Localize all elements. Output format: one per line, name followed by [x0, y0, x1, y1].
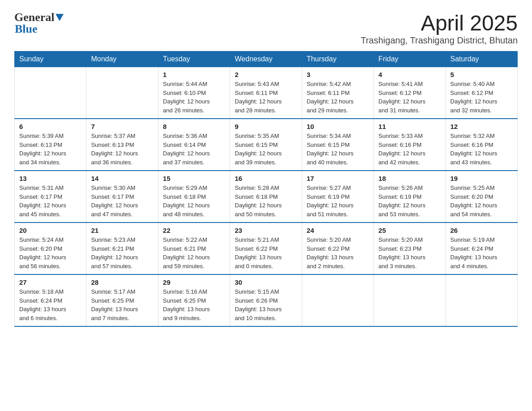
day-info: Sunrise: 5:31 AM Sunset: 6:17 PM Dayligh…: [19, 184, 82, 218]
calendar-cell: [374, 274, 446, 326]
day-info: Sunrise: 5:39 AM Sunset: 6:13 PM Dayligh…: [19, 132, 82, 167]
day-number: 28: [91, 278, 153, 286]
day-number: 29: [163, 278, 225, 286]
day-number: 20: [19, 227, 82, 234]
weekday-header-thursday: Thursday: [302, 51, 373, 67]
calendar-cell: 22Sunrise: 5:22 AM Sunset: 6:21 PM Dayli…: [158, 223, 230, 274]
calendar-cell: 8Sunrise: 5:36 AM Sunset: 6:14 PM Daylig…: [158, 119, 230, 171]
day-info: Sunrise: 5:40 AM Sunset: 6:12 PM Dayligh…: [450, 80, 513, 115]
calendar-cell: 29Sunrise: 5:16 AM Sunset: 6:25 PM Dayli…: [158, 274, 230, 326]
day-number: 10: [307, 123, 369, 130]
calendar-week-row: 27Sunrise: 5:18 AM Sunset: 6:24 PM Dayli…: [15, 274, 518, 326]
day-info: Sunrise: 5:23 AM Sunset: 6:21 PM Dayligh…: [91, 235, 153, 270]
calendar-table: SundayMondayTuesdayWednesdayThursdayFrid…: [14, 51, 518, 327]
day-info: Sunrise: 5:32 AM Sunset: 6:16 PM Dayligh…: [450, 132, 513, 167]
calendar-cell: 15Sunrise: 5:29 AM Sunset: 6:18 PM Dayli…: [158, 171, 230, 223]
day-info: Sunrise: 5:19 AM Sunset: 6:24 PM Dayligh…: [450, 235, 513, 270]
day-info: Sunrise: 5:37 AM Sunset: 6:13 PM Dayligh…: [91, 132, 153, 167]
day-number: 14: [91, 175, 153, 182]
day-info: Sunrise: 5:26 AM Sunset: 6:19 PM Dayligh…: [378, 184, 441, 218]
calendar-cell: 27Sunrise: 5:18 AM Sunset: 6:24 PM Dayli…: [15, 274, 86, 326]
calendar-cell: 23Sunrise: 5:21 AM Sunset: 6:22 PM Dayli…: [230, 223, 302, 274]
logo: General Blue: [14, 11, 64, 36]
calendar-cell: [302, 274, 373, 326]
day-info: Sunrise: 5:36 AM Sunset: 6:14 PM Dayligh…: [163, 132, 225, 167]
day-info: Sunrise: 5:41 AM Sunset: 6:12 PM Dayligh…: [378, 80, 441, 115]
day-info: Sunrise: 5:17 AM Sunset: 6:25 PM Dayligh…: [91, 287, 153, 322]
day-number: 8: [163, 123, 225, 130]
day-info: Sunrise: 5:28 AM Sunset: 6:18 PM Dayligh…: [235, 184, 297, 218]
calendar-cell: 24Sunrise: 5:20 AM Sunset: 6:22 PM Dayli…: [302, 223, 373, 274]
day-number: 3: [307, 71, 369, 78]
day-info: Sunrise: 5:27 AM Sunset: 6:19 PM Dayligh…: [307, 184, 369, 218]
calendar-cell: 25Sunrise: 5:20 AM Sunset: 6:23 PM Dayli…: [374, 223, 446, 274]
day-info: Sunrise: 5:30 AM Sunset: 6:17 PM Dayligh…: [91, 184, 153, 218]
calendar-cell: 7Sunrise: 5:37 AM Sunset: 6:13 PM Daylig…: [86, 119, 158, 171]
title-area: April 2025 Trashigang, Trashigang Distri…: [360, 11, 518, 46]
calendar-cell: 6Sunrise: 5:39 AM Sunset: 6:13 PM Daylig…: [15, 119, 86, 171]
day-info: Sunrise: 5:15 AM Sunset: 6:26 PM Dayligh…: [235, 287, 297, 322]
calendar-header-row: SundayMondayTuesdayWednesdayThursdayFrid…: [15, 51, 518, 67]
day-number: 9: [235, 123, 297, 130]
calendar-cell: 13Sunrise: 5:31 AM Sunset: 6:17 PM Dayli…: [15, 171, 86, 223]
day-number: 1: [163, 71, 225, 78]
calendar-week-row: 6Sunrise: 5:39 AM Sunset: 6:13 PM Daylig…: [15, 119, 518, 171]
weekday-header-monday: Monday: [86, 51, 158, 67]
day-number: 30: [235, 278, 297, 286]
weekday-header-saturday: Saturday: [446, 51, 517, 67]
day-info: Sunrise: 5:20 AM Sunset: 6:23 PM Dayligh…: [378, 235, 441, 270]
day-number: 16: [235, 175, 297, 182]
calendar-cell: 30Sunrise: 5:15 AM Sunset: 6:26 PM Dayli…: [230, 274, 302, 326]
day-number: 15: [163, 175, 225, 182]
calendar-cell: 10Sunrise: 5:34 AM Sunset: 6:15 PM Dayli…: [302, 119, 373, 171]
calendar-week-row: 1Sunrise: 5:44 AM Sunset: 6:10 PM Daylig…: [15, 67, 518, 119]
day-info: Sunrise: 5:25 AM Sunset: 6:20 PM Dayligh…: [450, 184, 513, 218]
day-number: 18: [378, 175, 441, 182]
calendar-cell: [15, 67, 86, 119]
day-number: 2: [235, 71, 297, 78]
day-info: Sunrise: 5:16 AM Sunset: 6:25 PM Dayligh…: [163, 287, 225, 322]
calendar-week-row: 20Sunrise: 5:24 AM Sunset: 6:20 PM Dayli…: [15, 223, 518, 274]
day-info: Sunrise: 5:18 AM Sunset: 6:24 PM Dayligh…: [19, 287, 82, 322]
calendar-cell: 1Sunrise: 5:44 AM Sunset: 6:10 PM Daylig…: [158, 67, 230, 119]
day-info: Sunrise: 5:42 AM Sunset: 6:11 PM Dayligh…: [307, 80, 369, 115]
day-info: Sunrise: 5:24 AM Sunset: 6:20 PM Dayligh…: [19, 235, 82, 270]
weekday-header-tuesday: Tuesday: [158, 51, 230, 67]
calendar-cell: 5Sunrise: 5:40 AM Sunset: 6:12 PM Daylig…: [446, 67, 517, 119]
day-number: 27: [19, 278, 82, 286]
day-number: 24: [307, 227, 369, 234]
day-info: Sunrise: 5:33 AM Sunset: 6:16 PM Dayligh…: [378, 132, 441, 167]
day-number: 26: [450, 227, 513, 234]
day-info: Sunrise: 5:34 AM Sunset: 6:15 PM Dayligh…: [307, 132, 369, 167]
day-number: 21: [91, 227, 153, 234]
day-number: 19: [450, 175, 513, 182]
day-info: Sunrise: 5:20 AM Sunset: 6:22 PM Dayligh…: [307, 235, 369, 270]
weekday-header-wednesday: Wednesday: [230, 51, 302, 67]
calendar-cell: 14Sunrise: 5:30 AM Sunset: 6:17 PM Dayli…: [86, 171, 158, 223]
page-header: General Blue April 2025 Trashigang, Tras…: [14, 11, 518, 46]
weekday-header-friday: Friday: [374, 51, 446, 67]
day-number: 17: [307, 175, 369, 182]
calendar-cell: 18Sunrise: 5:26 AM Sunset: 6:19 PM Dayli…: [374, 171, 446, 223]
calendar-cell: 20Sunrise: 5:24 AM Sunset: 6:20 PM Dayli…: [15, 223, 86, 274]
day-number: 7: [91, 123, 153, 130]
day-number: 6: [19, 123, 82, 130]
day-info: Sunrise: 5:21 AM Sunset: 6:22 PM Dayligh…: [235, 235, 297, 270]
day-info: Sunrise: 5:43 AM Sunset: 6:11 PM Dayligh…: [235, 80, 297, 115]
calendar-cell: 21Sunrise: 5:23 AM Sunset: 6:21 PM Dayli…: [86, 223, 158, 274]
calendar-cell: 4Sunrise: 5:41 AM Sunset: 6:12 PM Daylig…: [374, 67, 446, 119]
calendar-cell: 16Sunrise: 5:28 AM Sunset: 6:18 PM Dayli…: [230, 171, 302, 223]
day-number: 4: [378, 71, 441, 78]
calendar-subtitle: Trashigang, Trashigang District, Bhutan: [360, 35, 518, 46]
calendar-cell: [86, 67, 158, 119]
day-number: 12: [450, 123, 513, 130]
logo-triangle-icon: [56, 14, 64, 22]
calendar-cell: 17Sunrise: 5:27 AM Sunset: 6:19 PM Dayli…: [302, 171, 373, 223]
svg-marker-0: [56, 14, 64, 21]
weekday-header-sunday: Sunday: [15, 51, 86, 67]
calendar-cell: 19Sunrise: 5:25 AM Sunset: 6:20 PM Dayli…: [446, 171, 517, 223]
day-number: 22: [163, 227, 225, 234]
day-info: Sunrise: 5:35 AM Sunset: 6:15 PM Dayligh…: [235, 132, 297, 167]
day-info: Sunrise: 5:29 AM Sunset: 6:18 PM Dayligh…: [163, 184, 225, 218]
day-number: 11: [378, 123, 441, 130]
